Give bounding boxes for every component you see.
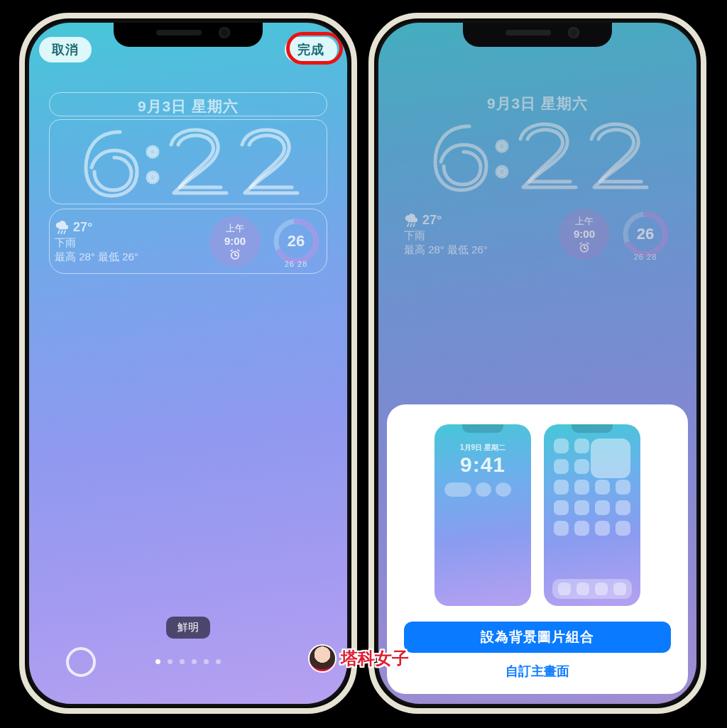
mini-app-icon (554, 459, 569, 474)
svg-line-4 (58, 231, 60, 233)
ring-range-value: 26 28 (285, 260, 308, 268)
wallpaper-style-chip[interactable]: 鮮明 (166, 617, 210, 639)
color-filter-swatch[interactable] (66, 647, 96, 677)
mini-app-icon (574, 439, 589, 453)
watermark-text: 塔科女子 (341, 647, 409, 670)
svg-point-3 (151, 175, 155, 180)
alarm-time: 9:00 (224, 235, 246, 247)
mini-lock-date: 1月9日 星期二 (434, 443, 531, 453)
mini-dock-icon (576, 583, 589, 595)
mini-notch (462, 424, 503, 433)
page-dot (180, 659, 185, 664)
weather-widget[interactable]: 27° 下雨 最高 28° 最低 26° (55, 219, 199, 265)
mini-app-icon (595, 521, 610, 536)
svg-line-5 (61, 231, 62, 233)
mini-app-icon (616, 521, 630, 536)
phone-right: 9月3日 星期六 27° (368, 13, 706, 714)
page-dot (192, 659, 197, 664)
ring-center-value: 26 (288, 232, 305, 250)
mini-widget (444, 482, 471, 497)
rain-icon (55, 220, 69, 234)
page-dot (216, 659, 221, 664)
mini-dock-icon (595, 583, 608, 595)
stage: 取消 完成 9月3日 星期六 (0, 0, 727, 728)
lockscreen-widgets: 27° 下雨 最高 28° 最低 26° 上午 9:00 26 26 (55, 213, 322, 270)
mini-home-dock (552, 579, 632, 599)
page-dot (168, 659, 173, 664)
watermark-avatar-icon (310, 646, 335, 671)
mini-app-icon (554, 521, 569, 536)
screen-right: 9月3日 星期六 27° (378, 23, 696, 704)
mini-app-icon (595, 500, 610, 515)
speaker-grille (156, 30, 202, 35)
mini-app-icon (554, 500, 569, 515)
mini-widget (476, 482, 491, 497)
mini-home-grid (554, 439, 630, 536)
mini-app-icon (574, 500, 589, 515)
page-indicator[interactable] (155, 659, 221, 664)
svg-point-1 (151, 150, 155, 154)
mini-widget (496, 482, 511, 497)
mini-notch (572, 424, 613, 433)
svg-line-11 (238, 250, 239, 251)
weather-hilo: 最高 28° 最低 26° (55, 250, 199, 264)
mini-lock-time: 9:41 (434, 453, 531, 477)
clock-digits-svg (67, 119, 309, 204)
screen-left: 取消 完成 9月3日 星期六 (29, 23, 347, 704)
lockscreen-date: 9月3日 星期六 (138, 96, 239, 116)
svg-line-6 (64, 231, 65, 233)
mini-app-icon (595, 480, 610, 495)
watermark-badge: 塔科女子 (310, 646, 409, 671)
page-dot (204, 659, 209, 664)
mini-app-icon (554, 439, 569, 453)
weather-temp: 27° (73, 219, 92, 236)
alarm-ampm: 上午 (226, 222, 244, 235)
mini-app-icon (574, 459, 589, 474)
cancel-button[interactable]: 取消 (39, 37, 92, 62)
wallpaper-set-sheet: 1月9日 星期二 9:41 (387, 404, 688, 694)
mini-app-icon (574, 480, 589, 495)
annotation-highlight-done (286, 32, 343, 65)
svg-line-10 (231, 250, 232, 251)
mini-dock-icon (613, 583, 626, 595)
lockscreen-clock (29, 119, 347, 204)
mini-dock-icon (558, 583, 571, 595)
mini-widget-row (444, 482, 521, 497)
page-dot (155, 659, 160, 664)
preview-lockscreen[interactable]: 1月9日 星期二 9:41 (434, 424, 531, 606)
customize-home-button[interactable]: 自訂主畫面 (505, 663, 569, 680)
alarm-widget[interactable]: 上午 9:00 (209, 216, 261, 267)
alarm-icon (229, 248, 241, 261)
mini-app-icon (554, 480, 569, 495)
svg-line-9 (235, 255, 236, 255)
preview-homescreen[interactable] (544, 424, 640, 606)
weather-desc: 下雨 (55, 236, 199, 250)
mini-app-icon (616, 500, 630, 515)
set-wallpaper-pair-button[interactable]: 設為背景圖片組合 (404, 622, 671, 653)
phone-left: 取消 完成 9月3日 星期六 (19, 13, 357, 714)
ring-widget[interactable]: 26 26 28 (270, 216, 322, 267)
mini-app-icon (616, 480, 630, 495)
mini-app-icon (574, 521, 589, 536)
wallpaper-preview-pair: 1月9日 星期二 9:41 (434, 424, 640, 606)
